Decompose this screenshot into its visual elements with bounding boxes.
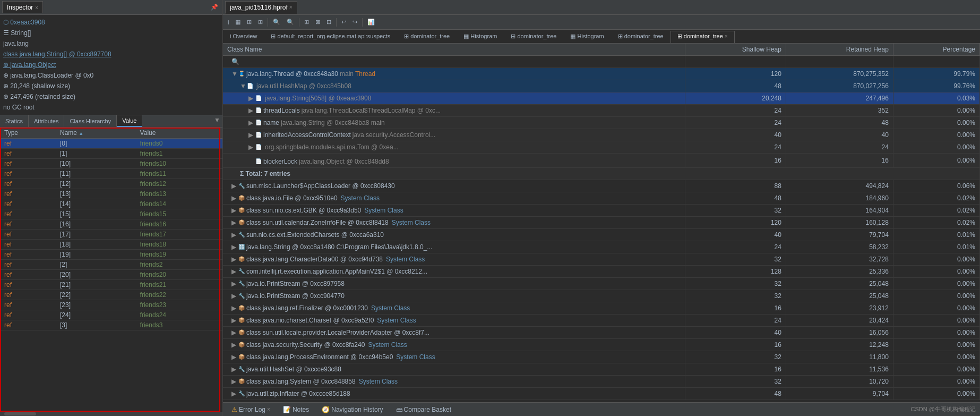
table-row[interactable]: ref [14] friends14 [0, 199, 222, 209]
tab-attributes[interactable]: Attributes [29, 115, 64, 127]
inspector-string-array[interactable]: ☰ String[] [3, 28, 219, 38]
table-row[interactable]: ref [20] friends20 [0, 270, 222, 280]
toolbar-chart-btn[interactable]: 📊 [365, 18, 377, 27]
expand-icon[interactable]: ▼ [240, 81, 245, 91]
table-row[interactable]: ref [2] friends2 [0, 260, 222, 270]
sub-tab-suspects[interactable]: ⊞ default_report_org.eclipse.mat.api:sus… [264, 31, 397, 43]
expand-icon[interactable]: ▶ [231, 230, 237, 240]
table-row[interactable]: ▶ 📦 class sun.nio.cs.ext.GBK @ 0xcc9a3d5… [223, 205, 980, 217]
table-row[interactable]: ▶ 📄 threadLocals java.lang.ThreadLocal$T… [223, 105, 980, 117]
sub-tab-hist1[interactable]: ▦ Histogram [457, 31, 504, 43]
expand-icon[interactable]: ▶ [231, 218, 237, 227]
expand-icon[interactable]: ▶ [231, 364, 237, 374]
inspector-addr[interactable]: ⬡ 0xeaac3908 [3, 17, 219, 28]
expand-icon[interactable]: ▶ [231, 254, 237, 264]
table-row[interactable]: ▶ 📄 java.lang.String[5058] @ 0xeaac3908 … [223, 92, 980, 105]
table-row[interactable]: 📄 blockerLock java.lang.Object @ 0xcc848… [223, 154, 980, 168]
table-row[interactable]: ▶ 📄 name java.lang.String @ 0xcc848ba8 m… [223, 117, 980, 129]
file-tab-close[interactable]: × [289, 4, 293, 10]
file-tab[interactable]: java_pid15116.hprof × [225, 1, 297, 14]
table-row[interactable]: ref [0] friends0 [0, 139, 222, 149]
table-row[interactable]: ref [1] friends1 [0, 149, 222, 159]
expand-icon[interactable]: ▶ [231, 291, 237, 301]
expand-icon[interactable]: ▶ [231, 377, 237, 386]
table-row[interactable]: ▶ 🔧 com.intellij.rt.execution.applicatio… [223, 266, 980, 278]
toolbar-filter-btn[interactable]: ⊡ [324, 18, 334, 27]
table-row[interactable]: ▶ 🔧 java.util.HashSet @ 0xccce93c88 16 1… [223, 363, 980, 376]
left-scroll-bar[interactable] [0, 412, 222, 416]
expand-icon[interactable]: ▶ [231, 193, 237, 203]
toolbar-dom-btn[interactable]: ⊞ [244, 18, 254, 27]
sub-tab-dom4-close[interactable]: × [725, 33, 728, 39]
table-row[interactable]: ref [23] friends23 [0, 300, 222, 310]
tab-class-hierarchy[interactable]: Class Hierarchy [64, 115, 117, 127]
expand-icon[interactable]: ▶ [231, 181, 237, 191]
expand-icon[interactable]: ▶ [248, 118, 254, 128]
inspector-classloader[interactable]: ⊕ java.lang.ClassLoader @ 0x0 [3, 70, 219, 81]
expand-icon[interactable]: ▶ [231, 267, 237, 276]
sub-tab-dom4[interactable]: ⊞ dominator_tree × [670, 31, 735, 43]
table-row[interactable]: ▶ 🔡 java.lang.String @ 0xcc8a1480 C:\Pro… [223, 241, 980, 253]
table-row[interactable]: ref [21] friends21 [0, 280, 222, 290]
table-row[interactable]: ▶ 📦 class java.lang.CharacterData00 @ 0x… [223, 253, 980, 266]
sub-tab-hist2[interactable]: ▦ Histogram [563, 31, 611, 43]
expand-icon[interactable]: ▶ [231, 328, 237, 337]
table-row[interactable]: ▼ 📄 java.util.HashMap @ 0xcc845b08 48 87… [223, 80, 980, 92]
expand-icon[interactable]: ▶ [231, 340, 237, 350]
table-row[interactable]: ▶ 🔧 java.io.PrintStream @ 0xcc897958 32 … [223, 278, 980, 290]
toolbar-search-btn[interactable]: 🔍 [270, 18, 283, 27]
collapse-btn[interactable]: ▼ [212, 115, 222, 127]
table-row[interactable]: ref [3] friends3 [0, 320, 222, 330]
expand-icon[interactable]: ▶ [231, 389, 237, 398]
table-row[interactable]: ▶ 📦 class sun.util.locale.provider.Local… [223, 327, 980, 339]
expand-icon[interactable]: ▼ [231, 69, 237, 79]
table-row[interactable]: Σ Total: 7 entries [223, 168, 980, 180]
table-row[interactable]: ▶ 📦 class java.nio.charset.Charset @ 0xc… [223, 315, 980, 327]
bottom-tab-nav[interactable]: 🧭 Navigation History [317, 405, 387, 414]
expand-icon[interactable]: ▶ [231, 303, 237, 313]
expand-icon[interactable]: ▶ [231, 242, 237, 252]
table-row[interactable]: ▶ 📦 class java.lang.ProcessEnvironment @… [223, 351, 980, 363]
table-row[interactable]: ref [19] friends19 [0, 250, 222, 260]
expand-icon[interactable]: ▶ [248, 130, 254, 140]
sub-tab-dom2[interactable]: ⊞ dominator_tree [504, 31, 563, 43]
sub-tab-overview[interactable]: i Overview [223, 31, 264, 43]
table-row[interactable]: ref [13] friends13 [0, 189, 222, 199]
table-row[interactable]: ref [10] friends10 [0, 159, 222, 169]
table-row[interactable]: ref [16] friends16 [0, 219, 222, 230]
table-row[interactable]: ref [24] friends24 [0, 310, 222, 320]
table-row[interactable]: ▶ 📦 class java.security.Security @ 0xcc8… [223, 339, 980, 351]
toolbar-info-btn[interactable]: i [225, 18, 231, 27]
table-row[interactable]: ▶ 📦 class java.io.File @ 0xcc9510e0 Syst… [223, 192, 980, 205]
table-row[interactable]: ▶ 📦 class sun.util.calendar.ZoneInfoFile… [223, 217, 980, 229]
inspector-tab-close[interactable]: × [35, 5, 38, 11]
table-row[interactable]: ▶ 📦 class java.lang.System @ 0xcc848858 … [223, 376, 980, 388]
expand-icon[interactable]: ▶ [248, 106, 254, 115]
expand-icon[interactable]: ▶ [231, 279, 237, 288]
inspector-tab[interactable]: Inspector × [2, 1, 43, 13]
toolbar-dom2-btn[interactable]: ⊞ [255, 18, 265, 27]
expand-icon[interactable]: ▶ [231, 206, 237, 215]
error-tab-close[interactable]: × [267, 406, 270, 412]
table-row[interactable]: ▼ 🧵 java.lang.Thread @ 0xcc848a30 main T… [223, 68, 980, 80]
tab-value[interactable]: Value [117, 115, 142, 127]
expand-icon[interactable]: ▶ [248, 142, 254, 152]
table-row[interactable]: ref [15] friends15 [0, 209, 222, 219]
table-row[interactable]: ▶ 📄 org.springblade.modules.api.ma.Tom @… [223, 141, 980, 154]
expand-icon[interactable]: ▶ [248, 94, 254, 103]
table-row[interactable]: ref [22] friends22 [0, 290, 222, 300]
table-row[interactable]: ref [17] friends17 [0, 230, 222, 240]
table-row[interactable]: ▶ 🔧 java.util.zip.Inflater @ 0xccce85d18… [223, 388, 980, 400]
inspector-class-link[interactable]: class java.lang.String[] @ 0xcc897708 [3, 49, 219, 60]
table-row[interactable]: ▶ 📦 class java.lang.ref.Finalizer @ 0xc0… [223, 302, 980, 315]
bottom-tab-error[interactable]: ⚠ Error Log × [227, 405, 274, 414]
expand-icon[interactable]: ▶ [231, 316, 237, 325]
sub-tab-dom3[interactable]: ⊞ dominator_tree [611, 31, 670, 43]
table-row[interactable]: ▶ 🔧 sun.nio.cs.ext.ExtendedCharsets @ 0x… [223, 229, 980, 241]
table-row[interactable]: ref [12] friends12 [0, 179, 222, 189]
bottom-tab-compare[interactable]: 🗃 Compare Basket [392, 405, 455, 414]
table-row[interactable]: ref [11] friends11 [0, 169, 222, 179]
sub-tab-dom1[interactable]: ⊞ dominator_tree [397, 31, 457, 43]
bottom-tab-notes[interactable]: 📝 Notes [279, 405, 313, 414]
toolbar-search2-btn[interactable]: 🔍 [284, 18, 297, 27]
